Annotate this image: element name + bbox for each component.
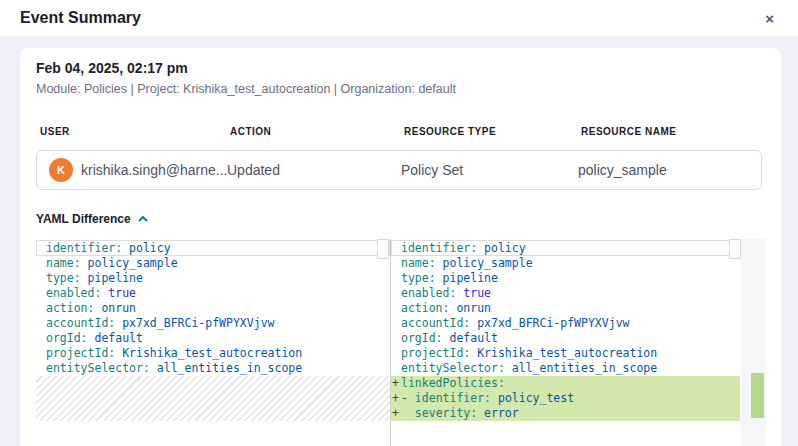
cell-resource-name: policy_sample: [578, 162, 761, 178]
yaml-added-line: +linkedPolicies:: [391, 376, 740, 391]
cell-action: Updated: [227, 162, 401, 178]
yaml-line: identifier: policy: [36, 241, 390, 256]
event-timestamp: Feb 04, 2025, 02:17 pm: [36, 60, 765, 76]
diff-placeholder-hatch: [36, 376, 390, 421]
yaml-line: entitySelector: all_entities_in_scope: [36, 361, 390, 376]
table-header-row: USER ACTION RESOURCE TYPE RESOURCE NAME: [36, 126, 765, 137]
scrollbar-thumb-left[interactable]: [377, 239, 389, 259]
yaml-diff-viewer[interactable]: identifier: policyname: policy_sampletyp…: [36, 239, 766, 446]
yaml-line: name: policy_sample: [36, 256, 390, 271]
minimap-added-indicator: [751, 373, 764, 418]
yaml-added-line: +- identifier: policy_test: [391, 391, 740, 406]
yaml-line: accountId: px7xd_BFRCi-pfWPYXVjvw: [391, 316, 740, 331]
cell-resource-type: Policy Set: [401, 162, 578, 178]
yaml-added-line: + severity: error: [391, 406, 740, 421]
yaml-line: orgId: default: [36, 331, 390, 346]
yaml-line: action: onrun: [391, 301, 740, 316]
yaml-difference-label: YAML Difference: [36, 212, 131, 226]
yaml-line: enabled: true: [391, 286, 740, 301]
column-header-action: ACTION: [230, 126, 404, 137]
yaml-line: identifier: policy: [391, 241, 740, 256]
column-header-user: USER: [40, 126, 230, 137]
yaml-line: accountId: px7xd_BFRCi-pfWPYXVjvw: [36, 316, 390, 331]
scrollbar-thumb-right[interactable]: [729, 239, 741, 259]
column-header-resource-name: RESOURCE NAME: [581, 126, 765, 137]
diff-pane-modified: identifier: policyname: policy_sampletyp…: [391, 239, 740, 446]
yaml-line: action: onrun: [36, 301, 390, 316]
yaml-line: enabled: true: [36, 286, 390, 301]
event-summary-card: Feb 04, 2025, 02:17 pm Module: Policies …: [20, 48, 781, 446]
yaml-line: entitySelector: all_entities_in_scope: [391, 361, 740, 376]
chevron-up-icon: [137, 213, 149, 225]
event-metadata: Module: Policies | Project: Krishika_tes…: [36, 82, 765, 96]
diff-minimap[interactable]: [741, 239, 766, 446]
page-title: Event Summary: [20, 9, 141, 27]
modal-header: Event Summary ×: [0, 0, 798, 36]
yaml-line: name: policy_sample: [391, 256, 740, 271]
close-icon[interactable]: ×: [761, 9, 778, 28]
yaml-line: projectId: Krishika_test_autocreation: [36, 346, 390, 361]
cell-user: K krishika.singh@harne...: [37, 158, 227, 182]
yaml-difference-toggle[interactable]: YAML Difference: [36, 212, 149, 226]
table-row: K krishika.singh@harne... Updated Policy…: [36, 150, 762, 190]
yaml-line: projectId: Krishika_test_autocreation: [391, 346, 740, 361]
user-email: krishika.singh@harne...: [81, 162, 227, 178]
column-header-resource-type: RESOURCE TYPE: [404, 126, 581, 137]
yaml-line: type: pipeline: [391, 271, 740, 286]
diff-pane-original: identifier: policyname: policy_sampletyp…: [36, 239, 390, 446]
yaml-line: type: pipeline: [36, 271, 390, 286]
yaml-line: orgId: default: [391, 331, 740, 346]
avatar: K: [49, 158, 73, 182]
